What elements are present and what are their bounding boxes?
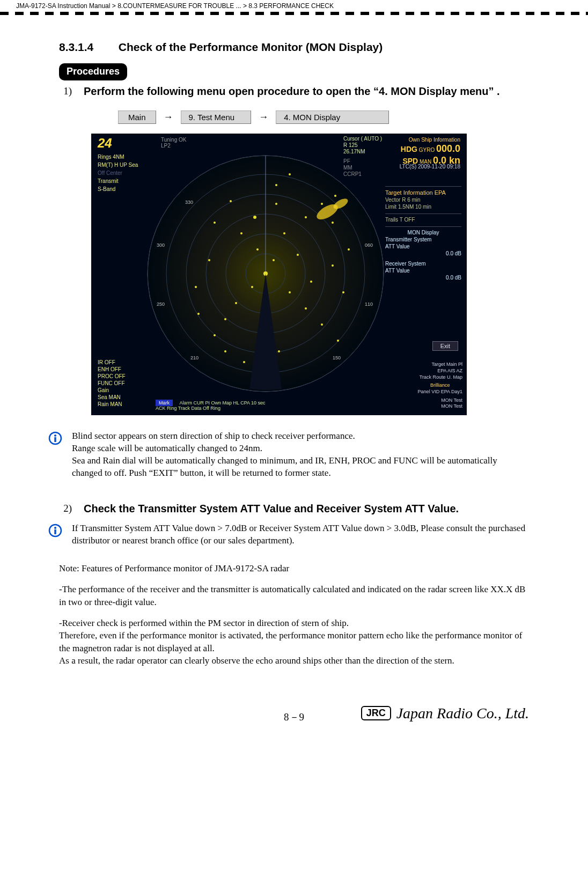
svg-point-53 <box>54 434 56 437</box>
step-1: 1) Perform the following menu open proce… <box>59 84 529 99</box>
radar-range-value: 24 <box>98 136 112 151</box>
svg-text:210: 210 <box>190 355 199 360</box>
radar-mon-test-a: MON Test <box>418 397 462 404</box>
radar-rx-att-value: 0.0 dB <box>385 274 461 281</box>
svg-point-37 <box>332 222 334 224</box>
radar-sea: Sea MAN <box>98 394 126 401</box>
note-block: Note: Features of Performance monitor of… <box>59 562 529 667</box>
svg-point-13 <box>321 203 323 205</box>
svg-point-18 <box>214 334 216 336</box>
svg-text:060: 060 <box>365 242 373 248</box>
svg-point-40 <box>278 350 280 352</box>
step-text: Check the Transmitter System ATT Value a… <box>84 501 529 516</box>
radar-scope-icon: 330 300 250 210 150 110 060 <box>145 153 386 394</box>
radar-cursor-r: R 125 <box>343 142 382 149</box>
divider-dashed <box>0 12 588 15</box>
radar-gain: Gain <box>98 387 126 394</box>
radar-cursor-label: Cursor ( AUTO ) <box>343 136 382 142</box>
step-text: Perform the following menu open procedur… <box>84 84 529 99</box>
radar-rx-system: Receiver System <box>385 260 461 267</box>
menu-button-mon-display[interactable]: 4. MON Display <box>276 111 389 124</box>
svg-text:250: 250 <box>157 301 165 307</box>
svg-point-12 <box>305 216 307 218</box>
menu-sequence: Main → 9. Test Menu → 4. MON Display <box>118 111 529 124</box>
radar-trails: Trails T OFF <box>385 216 461 223</box>
radar-off-center: Off Center <box>98 169 138 177</box>
svg-point-34 <box>289 173 291 175</box>
svg-text:150: 150 <box>333 355 341 360</box>
radar-own-ship-label: Own Ship Information <box>401 137 460 143</box>
radar-func-off: FUNC OFF <box>98 380 126 387</box>
radar-tx-system: Transmitter System <box>385 236 461 243</box>
breadcrumb-section: 8.3 PERFORMANCE CHECK <box>248 2 334 10</box>
radar-tx-att-value: 0.0 dB <box>385 250 461 257</box>
radar-rain: Rain MAN <box>98 401 126 408</box>
svg-point-23 <box>253 216 256 219</box>
radar-enh-off: ENH OFF <box>98 366 126 373</box>
section-heading: 8.3.1.4 Check of the Performance Monitor… <box>59 41 529 54</box>
svg-point-29 <box>310 281 312 283</box>
note-paragraph: -The performance of the receiver and the… <box>59 583 529 608</box>
radar-panel-row: Panel VID EPA Day1 <box>418 389 462 395</box>
menu-button-main[interactable]: Main <box>118 111 156 124</box>
radar-proc-off: PROC OFF <box>98 373 126 380</box>
svg-point-42 <box>224 350 226 352</box>
svg-point-15 <box>251 286 253 288</box>
radar-table-target: Target Main Pl <box>418 362 462 368</box>
svg-rect-54 <box>54 437 56 442</box>
radar-datetime: LTC(S) 2009-11-20 09:18 <box>400 164 460 170</box>
radar-ir-off: IR OFF <box>98 359 126 366</box>
radar-exit-button[interactable]: Exit <box>432 341 458 351</box>
svg-point-20 <box>305 307 307 310</box>
procedures-badge: Procedures <box>59 63 127 80</box>
radar-target-info-header: Target Information EPA <box>385 189 461 196</box>
note-title: Note: Features of Performance monitor of… <box>59 562 529 575</box>
radar-mon-display-header: MON Display <box>385 229 461 236</box>
page-footer: 8－9 JRC Japan Radio Co., Ltd. <box>59 699 529 737</box>
radar-table-epa: EPA AIS AZ <box>418 368 462 374</box>
svg-point-17 <box>224 318 226 320</box>
svg-point-32 <box>197 313 200 315</box>
svg-point-38 <box>342 291 344 293</box>
breadcrumb-doc: JMA-9172-SA Instruction Manual <box>16 2 110 10</box>
arrow-icon: → <box>259 112 268 123</box>
svg-point-33 <box>275 184 277 186</box>
radar-pf: PF <box>343 158 350 164</box>
menu-button-test[interactable]: 9. Test Menu <box>181 111 252 124</box>
section-number: 8.3.1.4 <box>59 41 115 54</box>
radar-band: S-Band <box>98 185 138 193</box>
brand-name: Japan Radio Co., Ltd. <box>396 705 529 722</box>
svg-point-36 <box>214 222 216 224</box>
svg-point-25 <box>297 254 299 256</box>
radar-mm: MM <box>343 165 352 171</box>
radar-tuning: Tuning OK <box>161 137 186 143</box>
svg-text:330: 330 <box>185 200 193 205</box>
radar-cursor-nm: 26.17NM <box>343 149 382 155</box>
radar-ccrp: CCRP1 <box>343 171 362 177</box>
arrow-icon: → <box>164 112 173 123</box>
info-note-2: If Transmitter System ATT Value down > 7… <box>72 522 529 547</box>
step-ordinal: 1) <box>59 84 84 97</box>
radar-limit: Limit 1.5NM 10 min <box>385 203 461 210</box>
radar-hdg-label: HDG <box>401 145 417 153</box>
info-icon <box>48 524 62 537</box>
info-note-1: Blind sector appears on stern direction … <box>72 430 529 480</box>
step-ordinal: 2) <box>59 501 84 514</box>
svg-point-26 <box>240 232 242 234</box>
svg-point-27 <box>208 259 210 261</box>
svg-point-10 <box>256 248 259 251</box>
svg-point-21 <box>321 323 323 326</box>
brand-logo: JRC Japan Radio Co., Ltd. <box>361 705 529 722</box>
jrc-logo: JRC <box>361 706 391 720</box>
svg-point-9 <box>273 259 275 261</box>
svg-point-14 <box>334 195 336 197</box>
breadcrumb-chapter: 8.COUNTERMEASURE FOR TROUBLE ... <box>117 2 241 10</box>
section-title: Check of the Performance Monitor (MON Di… <box>119 41 383 53</box>
svg-point-30 <box>332 264 334 267</box>
radar-bottom-bar: Alarm CUR PI Own Map HL CPA 10 sec <box>180 400 266 406</box>
radar-brilliance: Brilliance <box>418 382 462 389</box>
radar-mon-test-b: MON Test <box>418 403 462 410</box>
radar-vector: Vector R 6 min <box>385 196 461 203</box>
radar-rings: Rings 4NM <box>98 153 138 161</box>
breadcrumb: JMA-9172-SA Instruction Manual > 8.COUNT… <box>0 0 588 11</box>
